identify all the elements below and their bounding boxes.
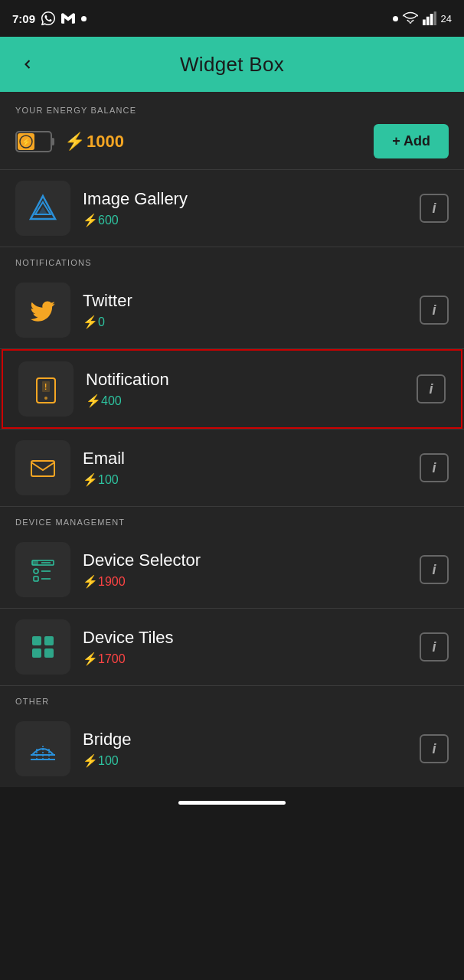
- widget-cost-bridge: ⚡100: [83, 753, 407, 768]
- widget-name-bridge: Bridge: [83, 730, 407, 750]
- wifi-icon: [403, 11, 418, 25]
- svg-rect-24: [32, 636, 41, 645]
- widget-cost-image-gallery: ⚡600: [83, 213, 407, 227]
- svg-rect-18: [32, 560, 38, 565]
- battery-level: 24: [441, 13, 452, 24]
- widget-icon-device-tiles: [15, 619, 70, 675]
- svg-rect-25: [44, 636, 54, 645]
- info-button-device-tiles[interactable]: i: [420, 632, 449, 662]
- device-selector-icon: [26, 553, 60, 586]
- status-dot: [81, 16, 87, 21]
- widget-item-notification[interactable]: ! Notification ⚡400 i: [2, 349, 462, 429]
- energy-section: YOUR ENERGY BALANCE ⚡ ⚡1000 + Add: [0, 92, 464, 169]
- energy-bolt: ⚡: [64, 132, 85, 151]
- widget-cost-email: ⚡100: [83, 472, 407, 487]
- widget-icon-email: [15, 440, 70, 495]
- home-bar-container: [0, 787, 464, 817]
- widget-name-image-gallery: Image Gallery: [83, 189, 407, 209]
- widget-cost-device-tiles: ⚡1700: [83, 652, 407, 666]
- energy-label: YOUR ENERGY BALANCE: [15, 106, 449, 115]
- app-bar-title: Widget Box: [180, 53, 284, 77]
- info-button-bridge[interactable]: i: [420, 734, 449, 763]
- email-icon: [27, 452, 59, 484]
- svg-point-15: [44, 397, 47, 400]
- info-button-image-gallery[interactable]: i: [420, 194, 449, 223]
- widget-info-device-tiles: Device Tiles ⚡1700: [83, 628, 407, 665]
- widget-name-twitter: Twitter: [83, 291, 407, 311]
- svg-rect-1: [426, 17, 429, 25]
- widget-item-bridge[interactable]: Bridge ⚡100 i: [0, 710, 464, 787]
- widget-name-device-tiles: Device Tiles: [83, 628, 407, 648]
- back-button[interactable]: [12, 49, 43, 80]
- section-other: OTHER: [0, 686, 464, 710]
- twitter-icon: [27, 294, 59, 326]
- home-bar: [178, 801, 286, 805]
- section-notifications: NOTIFICATIONS: [0, 247, 464, 272]
- status-right: 24: [393, 11, 452, 25]
- widget-name-email: Email: [83, 449, 407, 469]
- app-bar: Widget Box: [0, 37, 464, 92]
- svg-rect-27: [44, 648, 54, 658]
- signal-dot: [393, 16, 398, 21]
- widget-item-image-gallery[interactable]: Image Gallery ⚡600 i: [0, 170, 464, 247]
- signal-icon: [423, 11, 436, 25]
- info-button-device-selector[interactable]: i: [420, 555, 449, 584]
- energy-value: ⚡1000: [64, 132, 124, 152]
- widget-info-email: Email ⚡100: [83, 449, 407, 486]
- widget-item-email[interactable]: Email ⚡100 i: [0, 430, 464, 506]
- section-device-management: DEVICE MANAGEMENT: [0, 507, 464, 531]
- image-gallery-icon: [26, 191, 60, 225]
- content: YOUR ENERGY BALANCE ⚡ ⚡1000 + Add: [0, 92, 464, 787]
- status-left: 7:09: [12, 11, 87, 25]
- status-time: 7:09: [12, 12, 35, 25]
- svg-rect-2: [430, 14, 433, 25]
- widget-info-bridge: Bridge ⚡100: [83, 730, 407, 767]
- notification-icon: !: [29, 372, 63, 406]
- svg-rect-22: [34, 577, 38, 581]
- energy-left: ⚡ ⚡1000: [15, 131, 124, 152]
- svg-rect-5: [51, 138, 54, 145]
- widget-name-device-selector: Device Selector: [83, 550, 407, 570]
- svg-text:⚡: ⚡: [21, 137, 31, 147]
- battery-icon: ⚡: [15, 131, 55, 152]
- widget-cost-device-selector: ⚡1900: [83, 574, 407, 589]
- widget-info-notification: Notification ⚡400: [86, 370, 404, 407]
- widget-icon-image-gallery: [15, 181, 70, 236]
- widget-name-notification: Notification: [86, 370, 404, 390]
- widget-icon-notification: !: [18, 361, 74, 416]
- info-button-twitter[interactable]: i: [420, 296, 449, 325]
- widget-cost-notification: ⚡400: [86, 394, 404, 408]
- device-tiles-icon: [26, 630, 60, 664]
- widget-info-device-selector: Device Selector ⚡1900: [83, 550, 407, 588]
- bridge-icon: [26, 732, 60, 766]
- widget-info-twitter: Twitter ⚡0: [83, 291, 407, 328]
- widget-item-twitter[interactable]: Twitter ⚡0 i: [0, 272, 464, 348]
- energy-row: ⚡ ⚡1000 + Add: [15, 124, 449, 158]
- svg-text:!: !: [44, 383, 47, 391]
- svg-rect-0: [423, 20, 426, 26]
- add-energy-button[interactable]: + Add: [374, 124, 449, 158]
- widget-cost-twitter: ⚡0: [83, 315, 407, 329]
- widget-icon-device-selector: [15, 542, 70, 597]
- svg-rect-16: [31, 461, 54, 476]
- gmail-icon: [61, 11, 75, 25]
- svg-rect-3: [433, 11, 436, 25]
- info-button-notification[interactable]: i: [417, 374, 446, 403]
- widget-icon-twitter: [15, 283, 70, 338]
- svg-point-20: [34, 569, 38, 573]
- svg-rect-26: [32, 648, 41, 658]
- widget-info-image-gallery: Image Gallery ⚡600: [83, 189, 407, 227]
- widget-item-device-selector[interactable]: Device Selector ⚡1900 i: [0, 531, 464, 608]
- status-bar: 7:09 24: [0, 0, 464, 37]
- whatsapp-icon: [41, 11, 55, 25]
- info-button-email[interactable]: i: [420, 453, 449, 482]
- widget-icon-bridge: [15, 721, 70, 776]
- widget-item-device-tiles[interactable]: Device Tiles ⚡1700 i: [0, 609, 464, 685]
